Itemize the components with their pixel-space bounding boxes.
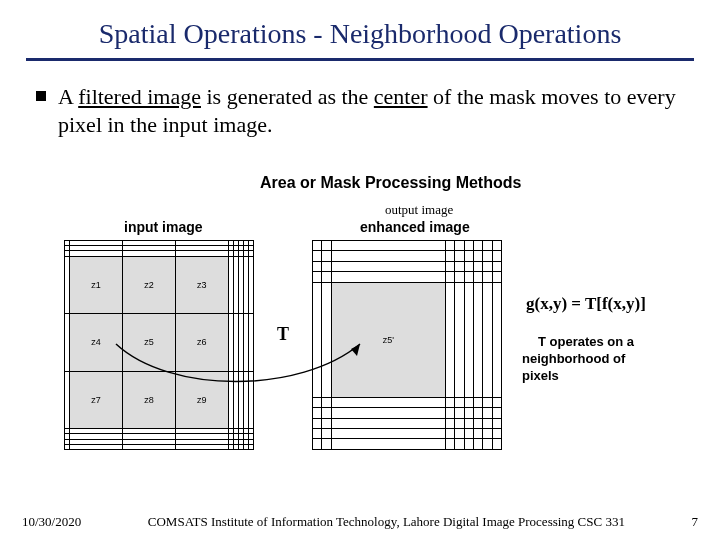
caption-line2: neighborhood of pixels xyxy=(522,351,660,385)
footer-date: 10/30/2020 xyxy=(22,514,81,530)
bullet-mid: is generated as the xyxy=(201,84,374,109)
diagram: Area or Mask Processing Methods output i… xyxy=(60,174,660,474)
caption-line1: T operates on a xyxy=(538,334,634,351)
input-image-label: input image xyxy=(124,219,203,235)
cell-z2: z2 xyxy=(122,256,175,313)
bullet-text: A filtered image is generated as the cen… xyxy=(58,83,684,138)
body-text: A filtered image is generated as the cen… xyxy=(0,61,720,138)
page-number: 7 xyxy=(692,514,699,530)
output-image-label: output image xyxy=(385,202,453,218)
diagram-title: Area or Mask Processing Methods xyxy=(260,174,521,192)
bullet-icon xyxy=(36,91,46,101)
enhanced-image-label: enhanced image xyxy=(360,219,470,235)
cell-z3: z3 xyxy=(175,256,228,313)
bullet-u1: filtered image xyxy=(78,84,201,109)
slide-title: Spatial Operations - Neighborhood Operat… xyxy=(0,0,720,58)
equation: g(x,y) = T[f(x,y)] xyxy=(526,294,646,314)
bullet-pre: A xyxy=(58,84,78,109)
cell-z1: z1 xyxy=(70,256,123,313)
footer-institution: COMSATS Institute of Information Technol… xyxy=(81,514,691,530)
bullet-u2: center xyxy=(374,84,428,109)
arrow-icon xyxy=(110,334,370,404)
svg-marker-0 xyxy=(351,344,360,356)
footer: 10/30/2020 COMSATS Institute of Informat… xyxy=(0,514,720,530)
